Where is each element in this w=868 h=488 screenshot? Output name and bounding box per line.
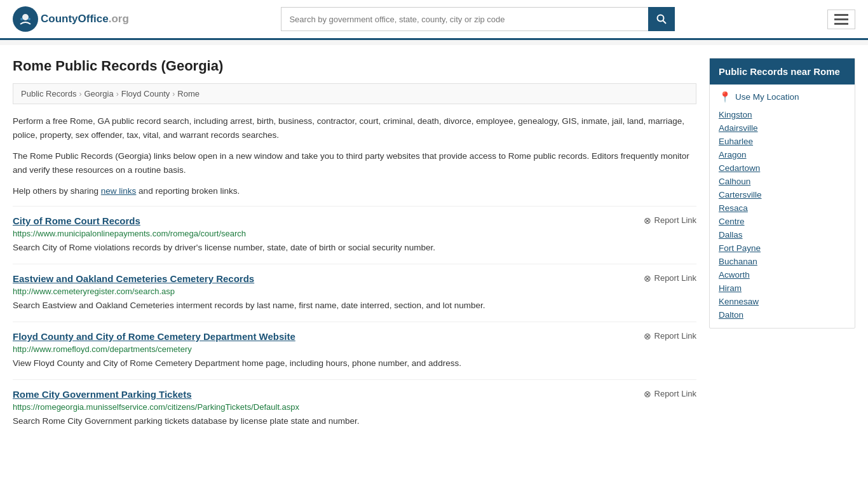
svg-point-2 <box>20 18 23 20</box>
sidebar-link-calhoun[interactable]: Calhoun <box>719 175 846 188</box>
record-header: Floyd County and City of Rome Cemetery D… <box>13 331 696 342</box>
report-link-label-1: Report Link <box>654 273 696 283</box>
svg-point-1 <box>22 14 29 20</box>
breadcrumb-floyd-county[interactable]: Floyd County <box>121 89 170 98</box>
record-desc-2: View Floyd County and City of Rome Cemet… <box>13 357 696 370</box>
breadcrumb-public-records[interactable]: Public Records <box>21 89 76 98</box>
new-links-link[interactable]: new links <box>101 186 137 196</box>
sidebar: Public Records near Rome 📍 Use My Locati… <box>709 58 855 437</box>
record-desc-1: Search Eastview and Oakland Cemeteries i… <box>13 299 696 313</box>
sub-header <box>0 40 868 45</box>
svg-point-4 <box>658 15 664 22</box>
record-item: Rome City Government Parking Tickets ⊗ R… <box>13 379 696 437</box>
record-title-3[interactable]: Rome City Government Parking Tickets <box>13 389 191 400</box>
record-title-1[interactable]: Eastview and Oakland Cemeteries Cemetery… <box>13 273 254 284</box>
record-title-0[interactable]: City of Rome Court Records <box>13 215 140 226</box>
use-my-location-label: Use My Location <box>735 92 799 102</box>
report-icon-1: ⊗ <box>644 273 651 283</box>
description-3-prefix: Help others by sharing <box>13 186 101 196</box>
breadcrumb-sep-3: › <box>172 90 175 98</box>
description-3-suffix: and reporting broken links. <box>136 186 240 196</box>
logo-icon <box>13 6 38 32</box>
content-area: Rome Public Records (Georgia) Public Rec… <box>13 58 696 437</box>
use-my-location-link[interactable]: 📍 Use My Location <box>719 91 846 103</box>
report-link-label-2: Report Link <box>654 331 696 341</box>
sidebar-title: Public Records near Rome <box>710 58 855 85</box>
sidebar-link-acworth[interactable]: Acworth <box>719 268 846 281</box>
sidebar-link-kingston[interactable]: Kingston <box>719 108 846 121</box>
sidebar-link-aragon[interactable]: Aragon <box>719 148 846 161</box>
sidebar-link-fort-payne[interactable]: Fort Payne <box>719 241 846 255</box>
search-icon <box>656 14 667 24</box>
menu-button[interactable] <box>827 10 855 29</box>
menu-bar-1 <box>834 14 848 16</box>
report-link-button-0[interactable]: ⊗ Report Link <box>644 215 696 226</box>
report-link-button-1[interactable]: ⊗ Report Link <box>644 273 696 283</box>
report-icon-0: ⊗ <box>644 215 651 226</box>
record-header: Eastview and Oakland Cemeteries Cemetery… <box>13 273 696 284</box>
location-pin-icon: 📍 <box>719 91 731 103</box>
record-item: Floyd County and City of Rome Cemetery D… <box>13 322 696 379</box>
sidebar-link-adairsville[interactable]: Adairsville <box>719 121 846 135</box>
description-1: Perform a free Rome, GA public record se… <box>13 114 696 142</box>
report-icon-2: ⊗ <box>644 331 651 341</box>
report-link-button-3[interactable]: ⊗ Report Link <box>644 389 696 399</box>
sidebar-link-buchanan[interactable]: Buchanan <box>719 255 846 268</box>
description-2: The Rome Public Records (Georgia) links … <box>13 149 696 177</box>
breadcrumb-georgia[interactable]: Georgia <box>84 89 113 98</box>
menu-bar-3 <box>834 23 848 25</box>
header: CountyOffice.org <box>0 0 868 40</box>
record-item: City of Rome Court Records ⊗ Report Link… <box>13 206 696 264</box>
search-area <box>281 7 675 31</box>
records-list: City of Rome Court Records ⊗ Report Link… <box>13 206 696 437</box>
main-container: Rome Public Records (Georgia) Public Rec… <box>0 45 868 437</box>
breadcrumb-sep-2: › <box>116 90 119 98</box>
logo-text: CountyOffice.org <box>41 13 129 25</box>
record-header: City of Rome Court Records ⊗ Report Link <box>13 215 696 226</box>
logo-ext: .org <box>109 13 129 25</box>
search-input[interactable] <box>281 7 648 31</box>
record-url-1: http://www.cemeteryregister.com/search.a… <box>13 287 696 296</box>
svg-line-5 <box>663 21 667 24</box>
record-url-2: http://www.romefloyd.com/departments/cem… <box>13 344 696 354</box>
record-desc-3: Search Rome City Government parking tick… <box>13 415 696 428</box>
search-button[interactable] <box>648 7 675 31</box>
sidebar-link-cartersville[interactable]: Cartersville <box>719 188 846 201</box>
report-icon-3: ⊗ <box>644 389 651 399</box>
record-header: Rome City Government Parking Tickets ⊗ R… <box>13 389 696 400</box>
record-item: Eastview and Oakland Cemeteries Cemetery… <box>13 264 696 322</box>
menu-bar-2 <box>834 18 848 20</box>
sidebar-link-kennesaw[interactable]: Kennesaw <box>719 295 846 308</box>
sidebar-link-resaca[interactable]: Resaca <box>719 201 846 215</box>
sidebar-link-centre[interactable]: Centre <box>719 215 846 228</box>
description-3: Help others by sharing new links and rep… <box>13 184 696 198</box>
report-link-button-2[interactable]: ⊗ Report Link <box>644 331 696 341</box>
sidebar-links: KingstonAdairsvilleEuharleeAragonCedarto… <box>719 108 846 322</box>
sidebar-link-cedartown[interactable]: Cedartown <box>719 161 846 175</box>
page-title: Rome Public Records (Georgia) <box>13 58 696 74</box>
report-link-label-3: Report Link <box>654 389 696 398</box>
sidebar-link-dallas[interactable]: Dallas <box>719 228 846 241</box>
record-url-0: https://www.municipalonlinepayments.com/… <box>13 229 696 238</box>
record-title-2[interactable]: Floyd County and City of Rome Cemetery D… <box>13 331 295 342</box>
logo-area: CountyOffice.org <box>13 6 129 32</box>
sidebar-link-hiram[interactable]: Hiram <box>719 281 846 295</box>
record-url-3: https://romegeorgia.munisselfservice.com… <box>13 402 696 412</box>
svg-point-3 <box>28 18 31 20</box>
sidebar-link-euharlee[interactable]: Euharlee <box>719 135 846 148</box>
sidebar-link-dalton[interactable]: Dalton <box>719 308 846 322</box>
sidebar-content: 📍 Use My Location KingstonAdairsvilleEuh… <box>710 85 855 328</box>
report-link-label-0: Report Link <box>654 215 696 225</box>
sidebar-box: Public Records near Rome 📍 Use My Locati… <box>709 58 855 329</box>
record-desc-0: Search City of Rome violations records b… <box>13 241 696 255</box>
breadcrumb-rome[interactable]: Rome <box>177 89 200 98</box>
breadcrumb-sep-1: › <box>79 90 81 98</box>
logo-county: CountyOffice <box>41 13 109 25</box>
breadcrumb: Public Records › Georgia › Floyd County … <box>13 83 696 104</box>
